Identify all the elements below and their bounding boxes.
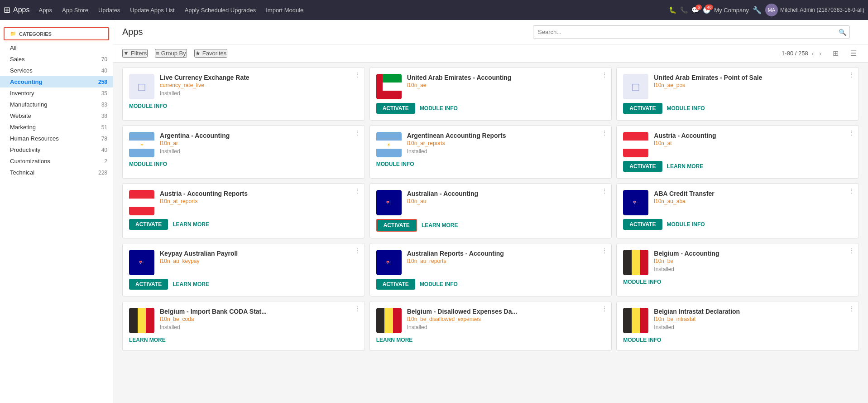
- module-info-button[interactable]: MODULE INFO: [129, 161, 167, 167]
- app-icon: [376, 74, 402, 99]
- learn-more-button[interactable]: LEARN MORE: [173, 281, 209, 287]
- card-menu-button[interactable]: ⋮: [849, 71, 855, 78]
- app-name: United Arab Emirates - Accounting: [407, 74, 605, 81]
- activate-button[interactable]: ACTIVATE: [129, 219, 168, 230]
- card-menu-button[interactable]: ⋮: [355, 71, 361, 78]
- learn-more-button[interactable]: LEARN MORE: [376, 337, 413, 343]
- prev-page-button[interactable]: ‹: [810, 49, 816, 58]
- nav-apps[interactable]: Apps: [34, 5, 57, 15]
- card-menu-button[interactable]: ⋮: [355, 305, 361, 312]
- nav-apply-scheduled[interactable]: Apply Scheduled Upgrades: [180, 5, 261, 15]
- card-menu-button[interactable]: ⋮: [849, 129, 855, 136]
- sidebar-item-inventory[interactable]: Inventory 35: [0, 87, 113, 99]
- nav-app-store[interactable]: App Store: [58, 5, 93, 15]
- app-module: l10n_be: [654, 258, 852, 264]
- sidebar-item-productivity[interactable]: Productivity 40: [0, 144, 113, 155]
- learn-more-button[interactable]: LEARN MORE: [129, 337, 166, 343]
- card-menu-button[interactable]: ⋮: [849, 187, 855, 194]
- sidebar-item-count: 51: [101, 124, 107, 131]
- module-info-button[interactable]: MODULE INFO: [667, 221, 705, 228]
- sidebar-item-website[interactable]: Website 38: [0, 110, 113, 121]
- app-info: Keypay Australian Payroll l10n_au_keypay: [160, 250, 358, 275]
- module-info-button[interactable]: MODULE INFO: [129, 103, 167, 109]
- app-status: Installed: [654, 266, 852, 272]
- activate-button[interactable]: ACTIVATE: [376, 279, 415, 290]
- company-selector[interactable]: My Company: [714, 7, 749, 14]
- sidebar-item-label: Human Resources: [10, 135, 59, 142]
- list-view-button[interactable]: ☰: [848, 48, 859, 58]
- search-input[interactable]: [533, 25, 850, 39]
- activate-button[interactable]: ACTIVATE: [376, 103, 415, 114]
- app-icon: [129, 190, 154, 215]
- card-menu-button[interactable]: ⋮: [355, 129, 361, 136]
- learn-more-button[interactable]: LEARN MORE: [422, 222, 458, 228]
- app-card: ⋮ 🇦🇺 ABA Credit Transfer l10n_au_aba ACT…: [616, 183, 859, 238]
- app-module: l10n_be_intrastat: [654, 316, 852, 322]
- card-menu-button[interactable]: ⋮: [849, 305, 855, 312]
- app-icon: ◻: [129, 74, 154, 99]
- clock-icon[interactable]: 🕐40: [703, 6, 710, 14]
- sidebar-item-accounting[interactable]: Accounting 258: [0, 76, 113, 87]
- card-menu-button[interactable]: ⋮: [601, 187, 608, 194]
- learn-more-button[interactable]: LEARN MORE: [667, 163, 704, 170]
- sidebar-item-count: 40: [101, 68, 107, 74]
- grid-icon[interactable]: ⊞: [4, 5, 10, 15]
- sidebar-item-sales[interactable]: Sales 70: [0, 53, 113, 65]
- app-name: United Arab Emirates - Point of Sale: [654, 74, 852, 81]
- chat-icon[interactable]: 💬6: [691, 6, 699, 14]
- sidebar-item-count: 40: [101, 147, 107, 153]
- nav-updates[interactable]: Updates: [94, 5, 125, 15]
- app-card: ⋮ Austria - Accounting l10n_at ACTIVATEL…: [616, 125, 859, 179]
- app-card: ⋮ ◻ Live Currency Exchange Rate currency…: [122, 67, 365, 121]
- settings-icon[interactable]: 🔧: [753, 6, 762, 15]
- activate-button[interactable]: ACTIVATE: [623, 161, 662, 172]
- phone-icon[interactable]: 📞: [680, 6, 688, 14]
- card-menu-button[interactable]: ⋮: [355, 187, 361, 194]
- sidebar-item-human-resources[interactable]: Human Resources 78: [0, 133, 113, 144]
- module-info-button[interactable]: MODULE INFO: [420, 281, 458, 287]
- activate-button[interactable]: ACTIVATE: [376, 219, 417, 232]
- module-info-button[interactable]: MODULE INFO: [623, 279, 661, 285]
- sidebar-item-all[interactable]: All: [0, 42, 113, 53]
- sidebar-item-services[interactable]: Services 40: [0, 65, 113, 76]
- app-card: ⋮ 🇦🇺 Australian - Accounting l10n_au ACT…: [369, 183, 612, 238]
- card-menu-button[interactable]: ⋮: [601, 247, 608, 254]
- module-info-button[interactable]: MODULE INFO: [376, 161, 414, 167]
- app-icon: 🇦🇺: [376, 190, 402, 215]
- user-menu[interactable]: MA Mitchell Admin (21870383-16-0-all): [765, 4, 864, 16]
- debug-icon[interactable]: 🐛: [669, 6, 676, 14]
- activate-button[interactable]: ACTIVATE: [623, 219, 662, 230]
- app-info: Belgium - Accounting l10n_be Installed: [654, 250, 852, 275]
- module-info-button[interactable]: MODULE INFO: [623, 337, 661, 343]
- folder-icon: 📁: [10, 31, 16, 37]
- sidebar-item-customizations[interactable]: Customizations 2: [0, 155, 113, 167]
- brand-label[interactable]: Apps: [13, 6, 29, 14]
- next-page-button[interactable]: ›: [817, 49, 823, 58]
- app-module: l10n_be_coda: [160, 316, 358, 322]
- sidebar-item-marketing[interactable]: Marketing 51: [0, 121, 113, 133]
- sidebar-item-technical[interactable]: Technical 228: [0, 167, 113, 178]
- group-by-button[interactable]: ≡ Group By: [155, 49, 187, 58]
- card-menu-button[interactable]: ⋮: [601, 71, 608, 78]
- card-menu-button[interactable]: ⋮: [849, 247, 855, 254]
- kanban-view-button[interactable]: ⊞: [830, 48, 841, 58]
- card-menu-button[interactable]: ⋮: [355, 247, 361, 254]
- apps-grid: ⋮ ◻ Live Currency Exchange Rate currency…: [122, 67, 859, 351]
- learn-more-button[interactable]: LEARN MORE: [173, 221, 209, 228]
- search-button[interactable]: 🔍: [839, 29, 846, 36]
- card-menu-button[interactable]: ⋮: [601, 129, 608, 136]
- card-menu-button[interactable]: ⋮: [601, 305, 608, 312]
- app-icon: [623, 308, 648, 333]
- nav-import-module[interactable]: Import Module: [261, 5, 308, 15]
- sidebar-item-manufacturing[interactable]: Manufacturing 33: [0, 99, 113, 110]
- activate-button[interactable]: ACTIVATE: [129, 279, 168, 290]
- sidebar-item-label: Marketing: [10, 124, 36, 131]
- module-info-button[interactable]: MODULE INFO: [420, 105, 458, 112]
- activate-button[interactable]: ACTIVATE: [623, 103, 662, 114]
- app-status: Installed: [407, 148, 605, 155]
- favorites-button[interactable]: ★ Favorites: [194, 49, 227, 58]
- module-info-button[interactable]: MODULE INFO: [667, 105, 705, 112]
- filters-button[interactable]: ▼ Filters: [122, 49, 148, 58]
- app-icon: [376, 308, 402, 333]
- nav-update-apps-list[interactable]: Update Apps List: [125, 5, 179, 15]
